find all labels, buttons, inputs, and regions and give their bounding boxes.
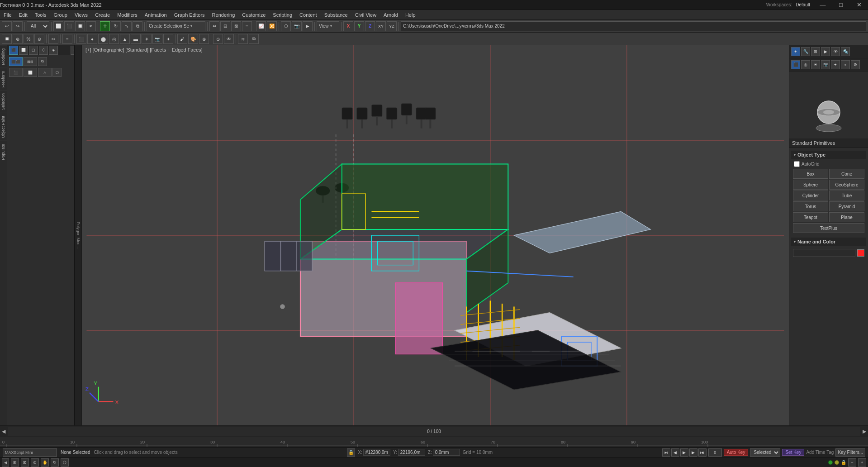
curve-editor-button[interactable]: 📈 [256, 21, 266, 31]
titlebar-controls[interactable]: — □ ✕ [814, 0, 868, 10]
percent-snap-button[interactable]: % [24, 34, 33, 44]
frame-input[interactable]: 0 [708, 448, 722, 457]
torus-button[interactable]: Torus [793, 201, 828, 211]
menu-content[interactable]: Content [296, 10, 321, 20]
timeline-next-button[interactable]: ▶ [861, 425, 868, 437]
cone-button[interactable]: Cone [829, 169, 864, 179]
undo-button[interactable]: ↩ [2, 21, 12, 31]
rp-icon-create[interactable]: ✦ [791, 47, 800, 56]
autogrid-checkbox[interactable] [794, 161, 800, 167]
deform-button[interactable]: ⊛ [199, 34, 209, 44]
rp-icon-display[interactable]: 👁 [831, 47, 840, 56]
frame-plus-button[interactable]: + [858, 458, 866, 467]
clone-button[interactable]: ⧉ [249, 34, 259, 44]
lp-edge-button[interactable]: ⬜ [19, 46, 28, 55]
rotate-button[interactable]: ↻ [111, 21, 121, 31]
maximize-button[interactable]: □ [832, 0, 850, 10]
z-axis-button[interactable]: Z [365, 21, 375, 31]
timeline-bar[interactable]: 0 / 100 [8, 427, 860, 436]
object-type-section-header[interactable]: Object Type [791, 151, 866, 159]
toggle-ribbon-button[interactable]: ≡ [62, 34, 72, 44]
render-button[interactable]: ▶ [303, 21, 313, 31]
go-end-button[interactable]: ⏭ [698, 448, 707, 457]
mirror-button[interactable]: ⇔ [209, 21, 219, 31]
box-icon-button[interactable]: ⬛ [76, 34, 86, 44]
zoom-extents-all-button[interactable]: ⊠ [21, 458, 29, 467]
scale-button[interactable]: ⤡ [122, 21, 132, 31]
spinner-snap-button[interactable]: ⊖ [34, 34, 44, 44]
field-of-view-button[interactable]: ⊙ [31, 458, 39, 467]
minimize-button[interactable]: — [814, 0, 832, 10]
timeline-prev-button[interactable]: ◀ [0, 425, 7, 437]
snaps-toggle-button[interactable]: 🔲 [2, 34, 12, 44]
layer-button[interactable]: ≡ [242, 21, 252, 31]
scale-uniform-button[interactable]: ⧉ [133, 21, 142, 31]
render-setup-button[interactable]: 📷 [292, 21, 302, 31]
menu-animation[interactable]: Animation [141, 10, 171, 20]
teapot-button[interactable]: Teapot [793, 212, 828, 222]
menu-rendering[interactable]: Rendering [209, 10, 239, 20]
lp-mode-btn3[interactable]: ⧉ [38, 57, 47, 66]
x-axis-button[interactable]: X [343, 21, 353, 31]
brush-button[interactable]: 🖌 [177, 34, 187, 44]
rp-icon-hierarchy[interactable]: ⊞ [811, 47, 820, 56]
menu-scripting[interactable]: Scripting [269, 10, 296, 20]
schematic-view-button[interactable]: 🔀 [267, 21, 277, 31]
nav-cube[interactable] [811, 99, 847, 135]
y-axis-button[interactable]: Y [354, 21, 364, 31]
box-button[interactable]: Box [793, 169, 828, 179]
go-start-button[interactable]: ⏮ [662, 448, 670, 457]
redo-button[interactable]: ↪ [13, 21, 23, 31]
paint-button[interactable]: 🎨 [188, 34, 198, 44]
play-button[interactable]: ▶ [680, 448, 688, 457]
menu-create[interactable]: Create [91, 10, 114, 20]
angle-snap-button[interactable]: ⊕ [13, 34, 23, 44]
lp-face-sub-button[interactable]: △ [38, 68, 52, 77]
textplus-button[interactable]: TextPlus [793, 223, 864, 233]
rp-icon-motion[interactable]: ▶ [821, 47, 830, 56]
y-coord-value[interactable]: 22196,0m [398, 449, 425, 456]
frame-minus-button[interactable]: − [848, 458, 856, 467]
hide-button[interactable]: 👁 [224, 34, 234, 44]
select-button[interactable]: ⬜ [53, 21, 63, 31]
vtab-object-paint[interactable]: Object Paint [0, 113, 7, 141]
z-coord-value[interactable]: 0,0mm [433, 449, 460, 456]
lp-mode-btn2[interactable]: ⊞⊞ [24, 57, 37, 66]
menu-arnold[interactable]: Arnold [380, 10, 402, 20]
menu-edit[interactable]: Edit [15, 10, 31, 20]
lp-vert-button[interactable]: ⬛ [9, 46, 18, 55]
vtab-populate[interactable]: Populate [0, 141, 7, 163]
lp-poly-button[interactable]: ⬡ [39, 46, 48, 55]
xz-axis-button[interactable]: YZ [387, 21, 397, 31]
menu-customize[interactable]: Customize [238, 10, 269, 20]
key-filters-button[interactable]: Key Filters... [835, 448, 865, 457]
rp-systems-icon[interactable]: ⚙ [851, 60, 860, 69]
rp-cameras-icon[interactable]: 📷 [821, 60, 830, 69]
tube-button[interactable]: Tube [829, 191, 864, 200]
maxscript-input[interactable]: MAXScript Mini [3, 448, 57, 457]
edit-named-selections-button[interactable]: ✂ [48, 34, 58, 44]
align-view-button[interactable]: ⊠ [231, 21, 241, 31]
menu-file[interactable]: File [0, 10, 15, 20]
paint-select-button[interactable]: ≈ [86, 21, 96, 31]
name-and-color-section-header[interactable]: Name and Color [791, 238, 866, 246]
lock-selection-button[interactable]: 🔒 [347, 448, 355, 457]
select-move-button[interactable]: ✛ [100, 21, 110, 31]
menu-help[interactable]: Help [402, 10, 419, 20]
lp-border-button[interactable]: ▢ [29, 46, 38, 55]
close-button[interactable]: ✕ [850, 0, 868, 10]
sphere-icon-button[interactable]: ● [87, 34, 97, 44]
menu-group[interactable]: Group [50, 10, 71, 20]
bottom-expand-button[interactable]: ◀ [2, 458, 9, 467]
vtab-freeform[interactable]: Freeform [0, 68, 7, 91]
arc-rotate-button[interactable]: ↻ [51, 458, 59, 467]
torus-icon-button[interactable]: ◎ [109, 34, 119, 44]
plane-icon-button[interactable]: ▬ [131, 34, 141, 44]
cylinder-icon-button[interactable]: ⬤ [98, 34, 108, 44]
menu-views[interactable]: Views [71, 10, 91, 20]
rp-helpers-icon[interactable]: ✦ [831, 60, 840, 69]
pyramid-button[interactable]: Pyramid [829, 201, 864, 211]
create-selection-set-dropdown[interactable]: Create Selection Se [147, 21, 205, 31]
selected-dropdown[interactable]: Selected [750, 448, 780, 457]
auto-key-button[interactable]: Auto Key [724, 449, 749, 456]
